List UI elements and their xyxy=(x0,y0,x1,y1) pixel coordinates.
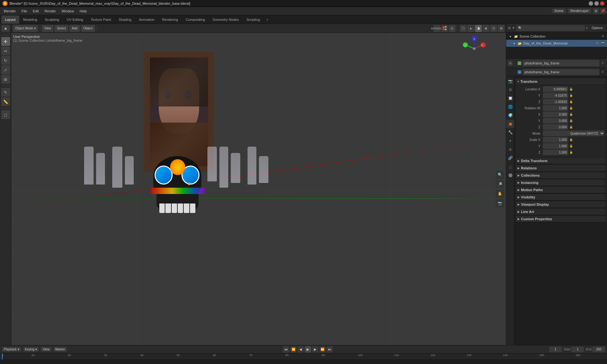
view-layer-tab[interactable]: 🔲 xyxy=(506,94,514,102)
particles-tab[interactable]: ✦ xyxy=(506,137,514,145)
play-stop-btn[interactable]: ▶ xyxy=(305,346,311,353)
item-render-icon[interactable]: 📷 xyxy=(601,41,605,46)
menu-edit[interactable]: Edit xyxy=(30,8,41,14)
location-x-input[interactable] xyxy=(543,86,568,92)
scale-z-lock[interactable]: 🔓 xyxy=(569,151,573,154)
viewport-3d[interactable]: Object Mode ▾ View Select Add Object ⊕ G xyxy=(11,24,506,345)
toolbar-annotate[interactable]: ✎ xyxy=(1,88,10,97)
motion-paths-header[interactable]: ▶ Motion Paths xyxy=(516,187,606,193)
menu-help[interactable]: Help xyxy=(77,8,89,14)
keying-menu[interactable]: Keying ▾ xyxy=(23,347,39,352)
world-tab[interactable]: 🌍 xyxy=(506,111,514,119)
toolbar-measure[interactable]: 📏 xyxy=(1,97,10,106)
instancing-header[interactable]: ▶ Instancing xyxy=(516,179,606,186)
menu-window[interactable]: Window xyxy=(59,8,77,14)
object-menu[interactable]: Object xyxy=(81,25,95,32)
tab-layout[interactable]: Layout xyxy=(1,15,19,24)
marker-menu[interactable]: Marker xyxy=(53,347,67,352)
jump-to-end-btn[interactable]: ⏭ xyxy=(327,346,333,353)
menu-file[interactable]: File xyxy=(19,8,30,14)
toolbar-rotate[interactable]: ↻ xyxy=(1,56,10,65)
start-frame-input[interactable] xyxy=(571,347,584,352)
rendered-btn[interactable]: ◈ xyxy=(482,25,489,32)
proportional-edit-btn[interactable]: ◎ xyxy=(449,25,456,32)
delta-transform-header[interactable]: ▶ Delta Transform xyxy=(516,158,606,164)
xray-btn[interactable]: ⊞ xyxy=(498,25,505,32)
end-frame-input[interactable] xyxy=(592,347,605,352)
rotation-x-lock[interactable]: 🔓 xyxy=(569,113,573,116)
next-keyframe-btn[interactable]: ⏩ xyxy=(319,346,326,353)
fake-user-btn[interactable]: F xyxy=(601,62,605,65)
pan-view-btn[interactable]: ✋ xyxy=(496,190,504,198)
outliner-options-btn[interactable]: Options xyxy=(589,26,605,30)
viewport-icon-btn[interactable]: ⊞ xyxy=(593,8,599,14)
renderlayer-selector[interactable]: RenderLayer xyxy=(568,9,591,13)
menu-render[interactable]: Render xyxy=(42,8,58,14)
add-menu[interactable]: Add xyxy=(69,25,80,32)
close-button[interactable]: × xyxy=(600,1,604,6)
tab-rendering[interactable]: Rendering xyxy=(158,15,182,24)
rotation-z-input[interactable] xyxy=(543,124,568,130)
location-z-lock[interactable]: 🔓 xyxy=(569,100,573,103)
solid-btn[interactable]: ● xyxy=(467,25,474,32)
object-tab[interactable]: ▣ xyxy=(506,120,514,128)
wireframe-btn[interactable]: ⬡ xyxy=(460,25,467,32)
rotation-y-input[interactable] xyxy=(543,118,568,124)
scale-x-input[interactable] xyxy=(543,137,568,143)
object-name-display[interactable]: photoframe_big_frame xyxy=(523,60,599,66)
custom-properties-header[interactable]: ▶ Custom Properties xyxy=(516,216,606,222)
object-mode-button[interactable]: Object Mode ▾ xyxy=(13,25,38,32)
prev-frame-btn[interactable]: ◀ xyxy=(297,346,304,353)
location-y-input[interactable] xyxy=(543,93,568,98)
menu-blender[interactable]: Blender xyxy=(1,8,18,14)
rotation-w-input[interactable] xyxy=(543,105,568,111)
pin-btn[interactable]: 📌 xyxy=(600,8,606,14)
render-tab[interactable]: 📷 xyxy=(506,77,514,85)
add-workspace-button[interactable]: + xyxy=(264,16,271,23)
tab-modeling[interactable]: Modeling xyxy=(19,15,41,24)
mesh-name-display[interactable]: photoframe_big_frame xyxy=(523,69,599,75)
mesh-fake-user-btn[interactable]: F xyxy=(601,70,605,74)
line-art-header[interactable]: ▶ Line Art xyxy=(516,209,606,215)
tab-scripting[interactable]: Scripting xyxy=(242,15,264,24)
minimize-button[interactable]: ─ xyxy=(589,1,593,6)
rotation-y-lock[interactable]: 🔓 xyxy=(569,119,573,122)
visibility-header[interactable]: ▶ Visibility xyxy=(516,194,606,201)
collections-header[interactable]: ▶ Collections xyxy=(516,172,606,179)
modifier-tab[interactable]: 🔧 xyxy=(506,128,514,136)
viewport-gizmo[interactable]: X Y Z xyxy=(462,36,487,61)
toolbar-move[interactable]: ⇔ xyxy=(1,46,10,55)
window-controls[interactable]: ─ □ × xyxy=(589,1,604,6)
location-z-input[interactable] xyxy=(543,99,568,105)
tab-compositing[interactable]: Compositing xyxy=(182,15,209,24)
view-menu[interactable]: View xyxy=(42,25,54,32)
mode-toggle[interactable]: ▣ xyxy=(2,25,10,32)
scale-y-lock[interactable]: 🔓 xyxy=(569,144,573,148)
next-frame-btn[interactable]: ▶ xyxy=(312,346,318,353)
scene-selector[interactable]: Scene xyxy=(552,9,566,13)
view-menu-timeline[interactable]: View xyxy=(41,347,52,352)
prev-keyframe-btn[interactable]: ⏪ xyxy=(290,346,297,353)
scale-x-lock[interactable]: 🔓 xyxy=(569,138,573,141)
scale-y-input[interactable] xyxy=(543,143,568,149)
outliner-scene-collection[interactable]: ▾ 📁 Scene Collection 👁 xyxy=(506,33,607,40)
outliner-icon[interactable]: ⊞ xyxy=(508,26,511,30)
constraints-tab[interactable]: 🔗 xyxy=(506,154,514,162)
toolbar-scale[interactable]: ⤢ xyxy=(1,65,10,74)
outliner-search-input[interactable] xyxy=(516,25,585,31)
location-x-lock[interactable]: 🔓 xyxy=(569,88,573,91)
zoom-in-btn[interactable]: 🔍 xyxy=(496,171,504,179)
viewport-display-header[interactable]: ▶ Viewport Display xyxy=(516,201,606,208)
tab-texture-paint[interactable]: Texture Paint xyxy=(87,15,115,24)
toolbar-cursor[interactable]: ✛ xyxy=(1,37,10,46)
object-data-tab[interactable]: △ xyxy=(506,162,514,171)
filter-icon[interactable]: ▼ xyxy=(512,26,515,30)
item-eye-icon[interactable]: 👁 xyxy=(595,41,599,46)
rotation-mode-select[interactable]: Quaternion (WXYZ) xyxy=(543,130,604,136)
toolbar-transform[interactable]: ⊞ xyxy=(1,75,10,84)
outliner-filter-btn[interactable]: ≡ xyxy=(586,26,588,30)
rotation-w-lock[interactable]: 🔓 xyxy=(569,106,573,110)
rotation-z-lock[interactable]: 🔓 xyxy=(569,125,573,129)
toolbar-add-cube[interactable]: ◻ xyxy=(1,110,10,119)
tab-shading[interactable]: Shading xyxy=(115,15,135,24)
